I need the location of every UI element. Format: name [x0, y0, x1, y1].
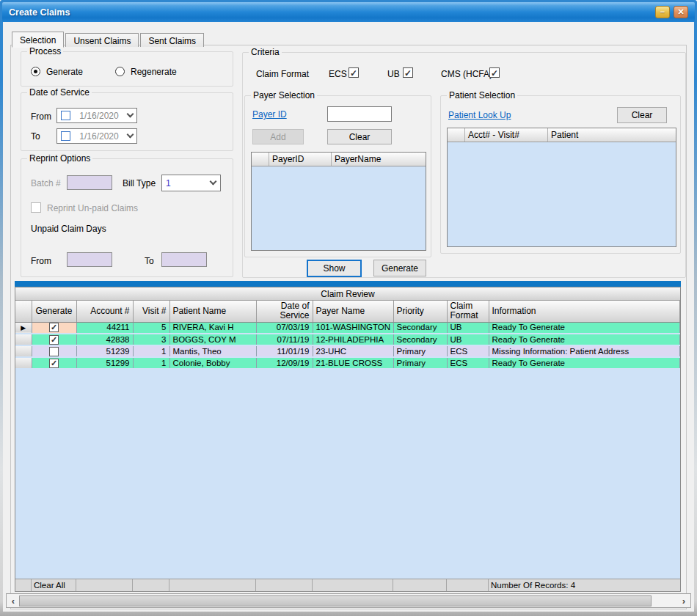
generate-checkbox[interactable]: [49, 323, 59, 332]
generate-checkbox[interactable]: [49, 335, 59, 345]
tab-selection[interactable]: Selection: [12, 32, 64, 48]
radio-regenerate[interactable]: [115, 67, 125, 76]
generate-checkbox[interactable]: [49, 347, 59, 356]
group-reprint-options-label: Reprint Options: [27, 153, 92, 164]
date-of-service-cell: 07/03/19: [256, 322, 313, 334]
payer-grid-header-payerid[interactable]: PayerID: [269, 153, 332, 166]
close-icon: ✕: [677, 8, 684, 16]
patient-grid-header-patient[interactable]: Patient: [548, 128, 676, 142]
group-payer-selection-label: Payer Selection: [251, 90, 317, 100]
show-button[interactable]: Show: [307, 260, 362, 277]
column-header-account[interactable]: Account #: [76, 301, 133, 322]
minimize-button[interactable]: −: [655, 6, 670, 18]
unpaid-from-input[interactable]: [67, 252, 112, 267]
visit-cell: 1: [133, 357, 169, 369]
chevron-down-icon: [210, 178, 217, 186]
checkbox-ub[interactable]: [403, 67, 413, 78]
close-button[interactable]: ✕: [674, 6, 688, 18]
footer-cell: [133, 579, 169, 591]
chevron-down-icon[interactable]: [127, 111, 134, 118]
reprint-unpaid-checkbox[interactable]: [31, 202, 41, 213]
chevron-down-icon[interactable]: [127, 131, 134, 139]
account-cell: 51239: [76, 345, 133, 357]
group-date-of-service: Date of Service From 1/16/2020 To 1/16/2…: [21, 92, 233, 151]
unpaid-to-input[interactable]: [161, 252, 207, 267]
add-payer-button[interactable]: Add: [252, 129, 304, 144]
column-header-generate[interactable]: Generate: [32, 301, 76, 322]
date-checkbox[interactable]: [61, 131, 70, 141]
table-row[interactable]: ▶ 51299 1 Colonie, Bobby 12/09/19 21-BLU…: [15, 357, 680, 369]
bill-type-label: Bill Type: [123, 178, 156, 188]
table-row[interactable]: ▶ 44211 5 RIVERA, Kavi H 07/03/19 101-WA…: [15, 322, 680, 334]
date-checkbox[interactable]: [61, 111, 70, 120]
group-process: Process Generate Regenerate: [21, 51, 233, 87]
title-bar: Create Claims − ✕: [2, 2, 695, 22]
table-row[interactable]: ▶ 51239 1 Mantis, Theo 11/01/19 23-UHC P…: [15, 345, 680, 357]
column-header-patient-name[interactable]: Patient Name: [169, 301, 256, 322]
footer-cell: [313, 579, 393, 591]
column-header-priority[interactable]: Priority: [393, 301, 447, 322]
payer-name-cell: 12-PHILADEPHIA: [313, 334, 393, 345]
radio-generate[interactable]: [31, 67, 40, 76]
tab-unsent-claims[interactable]: Unsent Claims: [65, 33, 139, 47]
generate-button[interactable]: Generate: [373, 260, 426, 276]
group-reprint-options: Reprint Options Batch # Bill Type 1 Repr…: [21, 158, 233, 277]
generate-cell[interactable]: [32, 322, 76, 334]
group-process-label: Process: [27, 46, 63, 56]
generate-cell[interactable]: [32, 334, 76, 345]
footer-cell: [447, 579, 489, 591]
create-claims-window: Create Claims − ✕ Selection Unsent Claim…: [0, 0, 697, 616]
tab-sent-claims[interactable]: Sent Claims: [140, 33, 204, 47]
claim-review-grid[interactable]: Claim Review Generate Account # Visit # …: [15, 287, 681, 592]
dos-from-date-picker[interactable]: 1/16/2020: [56, 108, 137, 123]
patient-look-up-link[interactable]: Patient Look Up: [448, 110, 511, 120]
patient-grid-header-acct[interactable]: Acct# - Visit#: [465, 128, 548, 142]
clear-patient-button[interactable]: Clear: [617, 107, 667, 123]
patient-grid[interactable]: Acct# - Visit# Patient: [447, 128, 676, 247]
dos-from-label: From: [31, 111, 51, 122]
payer-grid-body[interactable]: [252, 166, 426, 250]
checkbox-ecs[interactable]: [348, 67, 359, 78]
row-selector-cell[interactable]: ▶: [15, 357, 32, 369]
grid-empty-area[interactable]: [15, 370, 680, 579]
payer-grid-header-payername[interactable]: PayerName: [332, 153, 426, 166]
claim-format-label: Claim Format: [256, 69, 309, 79]
payer-id-link[interactable]: Payer ID: [252, 109, 287, 120]
dos-to-date-picker[interactable]: 1/16/2020: [56, 128, 137, 144]
generate-cell[interactable]: [32, 357, 76, 369]
generate-checkbox[interactable]: [49, 359, 59, 368]
column-header-information[interactable]: Information: [489, 301, 680, 322]
checkbox-ub-label: UB: [387, 69, 400, 79]
horizontal-scrollbar[interactable]: ‹ ›: [6, 593, 691, 608]
group-payer-selection: Payer Selection Payer ID Add Clear Payer…: [244, 95, 431, 257]
bill-type-select[interactable]: 1: [161, 175, 221, 191]
table-row[interactable]: ▶ 42838 3 BOGGS, COY M 07/11/19 12-PHILA…: [15, 334, 680, 345]
column-header-visit[interactable]: Visit #: [133, 301, 169, 322]
clear-payer-button[interactable]: Clear: [327, 129, 392, 144]
scroll-right-button[interactable]: ›: [678, 595, 690, 606]
patient-grid-header: Acct# - Visit# Patient: [448, 128, 676, 142]
window-buttons: − ✕: [655, 6, 688, 18]
account-cell: 44211: [76, 322, 133, 334]
row-selector-cell[interactable]: ▶: [15, 334, 32, 345]
unpaid-claim-days-label: Unpaid Claim Days: [31, 224, 106, 234]
batch-number-input[interactable]: [67, 175, 112, 190]
column-header-date-of-service[interactable]: Date of Service: [256, 301, 313, 322]
selector-column-header: [15, 301, 32, 322]
generate-cell[interactable]: [32, 345, 76, 357]
row-selector-cell[interactable]: ▶: [15, 322, 32, 334]
column-header-claim-format[interactable]: Claim Format: [447, 301, 489, 322]
column-header-payer-name[interactable]: Payer Name: [313, 301, 393, 322]
payer-grid[interactable]: PayerID PayerName: [251, 152, 426, 251]
payer-id-input[interactable]: [327, 106, 392, 122]
unpaid-from-label: From: [31, 256, 51, 266]
row-selector-cell[interactable]: ▶: [15, 345, 32, 357]
patient-grid-body[interactable]: [448, 142, 676, 246]
checkbox-cms-label: CMS (HCFA): [441, 69, 492, 79]
scroll-left-button[interactable]: ‹: [7, 595, 19, 606]
scrollbar-thumb[interactable]: [19, 595, 652, 606]
radio-generate-label: Generate: [46, 67, 83, 77]
group-criteria-label: Criteria: [249, 47, 282, 57]
clear-all-cell[interactable]: Clear All: [32, 579, 76, 591]
checkbox-cms[interactable]: [489, 67, 500, 78]
